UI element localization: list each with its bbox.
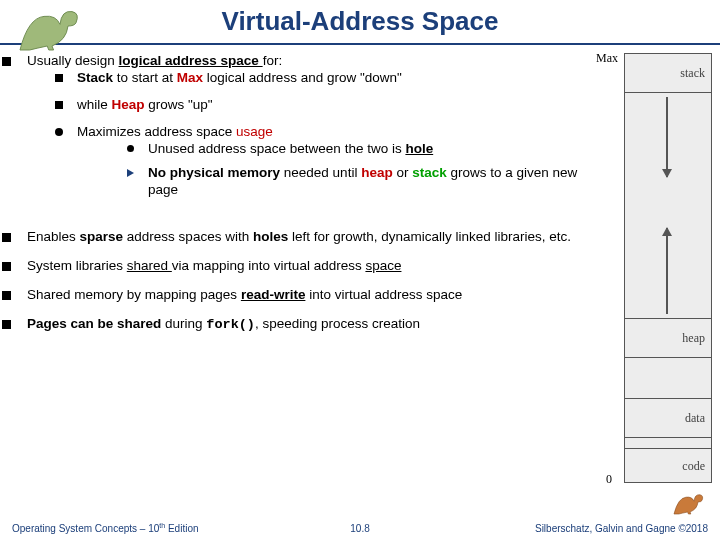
figure-code-label: code xyxy=(682,460,711,472)
bullet-1c-i: Unused address space between the two is … xyxy=(148,141,433,158)
bullet-1a: Stack to start at Max logical address an… xyxy=(77,70,402,87)
figure-data-label: data xyxy=(685,412,711,424)
footer-right: Silberschatz, Galvin and Gagne ©2018 xyxy=(535,523,708,534)
bullet-1c: Maximizes address space usage xyxy=(77,124,600,141)
slide-content: Usually design logical address space for… xyxy=(0,49,600,483)
dinosaur-logo xyxy=(10,2,94,58)
bullet-4: Shared memory by mapping pages read-writ… xyxy=(27,287,462,304)
figure-max-label: Max xyxy=(596,51,618,66)
heap-up-arrow-icon xyxy=(666,228,668,314)
bullet-3: System libraries shared via mapping into… xyxy=(27,258,401,275)
figure-stack-label: stack xyxy=(680,67,711,79)
stack-down-arrow-icon xyxy=(666,97,668,177)
bullet-5: Pages can be shared during fork(), speed… xyxy=(27,316,420,334)
footer-dinosaur-icon xyxy=(670,490,710,518)
bullet-1c-ii: No physical memory needed until heap or … xyxy=(148,165,600,199)
bullet-1: Usually design logical address space for… xyxy=(27,53,600,70)
bullet-1b: while Heap grows "up" xyxy=(77,97,213,114)
bullet-2: Enables sparse address spaces with holes… xyxy=(27,229,571,246)
figure-zero-label: 0 xyxy=(606,472,612,487)
memory-layout-figure: Max 0 stack heap data code xyxy=(608,49,720,483)
title-divider xyxy=(0,43,720,45)
footer-left: Operating System Concepts – 10th Edition xyxy=(12,522,199,534)
slide-title: Virtual-Address Space xyxy=(14,0,706,37)
figure-heap-label: heap xyxy=(682,332,711,344)
footer-page-number: 10.8 xyxy=(350,523,369,534)
